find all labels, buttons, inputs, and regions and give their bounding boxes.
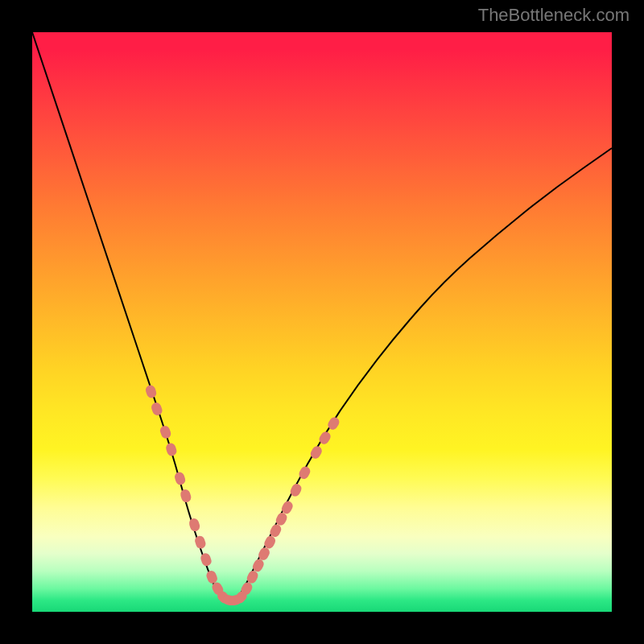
chart-frame: TheBottleneck.com	[0, 0, 644, 644]
plot-area	[32, 32, 612, 612]
chart-svg	[32, 32, 612, 612]
bottleneck-curve	[32, 32, 612, 603]
curve-marker	[144, 384, 157, 399]
curve-marker	[180, 489, 192, 504]
curve-marker	[150, 401, 163, 416]
watermark-text: TheBottleneck.com	[478, 5, 630, 26]
curve-marker	[200, 552, 213, 568]
curve-marker	[188, 518, 200, 533]
curve-marker	[194, 535, 207, 550]
curve-marker	[173, 471, 186, 486]
marker-group	[144, 384, 341, 606]
curve-marker	[165, 442, 178, 457]
curve-marker	[159, 424, 172, 440]
